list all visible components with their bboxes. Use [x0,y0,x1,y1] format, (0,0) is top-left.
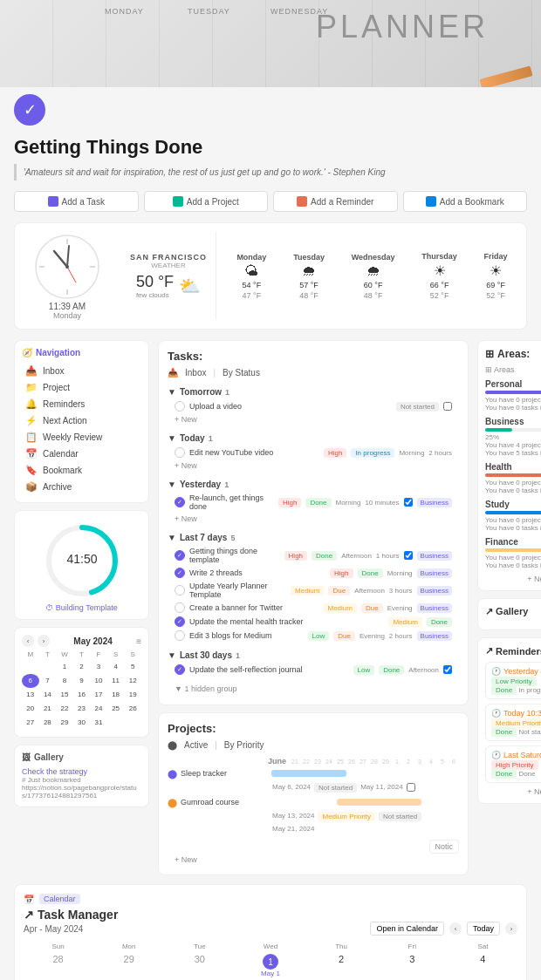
task-group-yesterday-header[interactable]: ▼ Yesterday 1 [168,477,459,492]
add-area-button[interactable]: + New [485,575,541,583]
projects-active-label[interactable]: Active [184,740,208,750]
cal-nav: ‹ › [22,635,50,647]
projects-title: Projects: [168,722,459,735]
header-image: MONDAY TUESDAY WEDNESDAY PLANNER [0,0,541,87]
sidebar-item-project[interactable]: 📁 Project [22,379,141,396]
gallery-item-label[interactable]: Check the strategy [22,767,141,776]
forecast-section: Monday 🌤 54 °F 47 °F Tuesday 🌧 57 °F 48 … [227,232,517,320]
task-group-today-header[interactable]: ▼ Today 1 [168,431,459,446]
task-checkbox[interactable]: ✓ [175,550,185,561]
projects-separator: | [215,740,217,750]
right-column: ⊞ Areas: ⊞ Areas Personal You have 0 pro… [477,340,541,875]
today-button[interactable]: Today [467,922,500,936]
add-project-link[interactable]: + New [168,854,459,866]
add-reminder-button[interactable]: Add a Reminder [273,191,398,212]
main-panel: Tasks: 📥 Inbox | By Status ▼ Tomorrow 1 [158,340,469,875]
task-complete-checkbox[interactable] [443,665,452,674]
task-checkbox[interactable] [175,585,185,595]
sidebar-item-reminders[interactable]: 🔔 Reminders [22,396,141,412]
task-priority-badge: Low [308,631,330,641]
areas-toolbar[interactable]: ⊞ Areas [485,365,541,374]
task-checkbox[interactable] [175,401,185,412]
task-priority-badge: High [278,498,301,507]
week-dates-row: 28 29 30 1 May 1 2 3 4 [24,954,517,977]
gantt-bar-sleep [271,770,346,777]
reminder-status-2: Done Done [491,770,541,778]
cal-menu-icon[interactable]: ≡ [136,636,141,646]
task-area-badge: Business [417,631,452,641]
sidebar-item-bookmark[interactable]: 🔖 Bookmark [22,462,141,479]
clock-day: Monday [53,311,81,320]
task-checkbox[interactable] [175,602,185,613]
add-reminder-link[interactable]: + New [485,787,541,796]
task-checkbox[interactable]: ✓ [175,616,185,627]
add-task-link-yesterday[interactable]: + New [168,513,459,525]
task-duration: 3 hours [389,587,413,595]
weather-city: SAN FRANCISCO [130,253,207,262]
projects-priority-label[interactable]: By Priority [224,740,264,750]
week-header-mon: Mon [94,943,163,950]
task-row: ✓ Update the mental health tracker Mediu… [168,615,459,629]
reminder-status-0: Done In progress [491,686,541,694]
open-in-calendar-button[interactable]: Open in Calendar [370,922,444,936]
task-complete-checkbox[interactable] [443,402,452,411]
tasks-status-label[interactable]: By Status [223,368,260,378]
sidebar-item-archive[interactable]: 📦 Archive [22,479,141,495]
sidebar-item-inbox[interactable]: 📥 Inbox [22,363,141,379]
sidebar-item-calendar[interactable]: 📅 Calendar [22,446,141,462]
task-complete-checkbox[interactable] [404,498,413,507]
add-bookmark-button[interactable]: Add a Bookmark [403,191,528,212]
cal-week-4: 20 21 22 23 24 25 26 [22,702,141,716]
task-duration: 10 minutes [365,499,399,507]
task-checkbox[interactable]: ✓ [175,568,185,578]
task-area-badge: Business [417,586,452,595]
project-checkbox[interactable] [407,783,415,792]
hidden-group-toggle[interactable]: ▼ 1 hidden group [168,682,459,696]
task-group-last7-header[interactable]: ▼ Last 7 days 5 [168,530,459,545]
task-status-badge: Done [312,551,337,561]
task-icon [48,196,58,207]
task-group-tomorrow-header[interactable]: ▼ Tomorrow 1 [168,385,459,399]
projects-toolbar: ⬤ Active | By Priority [168,740,459,750]
task-checkbox[interactable] [175,630,185,641]
task-priority-badge: Medium [291,586,324,595]
cal-prev-button[interactable]: ‹ [22,635,34,647]
bookmark-icon [426,196,436,207]
task-status-badge: In progress [351,448,394,458]
today-date-circle: 1 [263,954,278,970]
cal-days-header: MTWTFSS [22,650,141,658]
area-study-progress-bar [485,511,541,514]
task-priority-badge: High [284,551,307,561]
cal-next-button[interactable]: › [38,635,50,647]
forecast-day-4: Friday ☀ 69 °F 52 °F [484,252,508,300]
task-time: Evening [360,632,385,640]
forecast-day-2: Wednesday 🌧 60 °F 48 °F [352,253,395,300]
reminder-clock-icon: 🕐 [491,667,501,676]
cal-prev-week-button[interactable]: ‹ [449,922,462,935]
task-checkbox[interactable]: ✓ [175,664,185,675]
task-group-last30-header[interactable]: ▼ Last 30 days 1 [168,648,459,663]
chevron-down-icon: ▼ [168,387,176,397]
sidebar-item-weekly-review[interactable]: 📋 Weekly Review [22,429,141,446]
task-checkbox[interactable] [175,447,185,458]
gallery-item-url[interactable]: https://notion.so/pagebangprole/status/1… [22,784,141,800]
area-finance-progress-bar [485,548,541,552]
mini-calendar-panel: ‹ › May 2024 ≡ MTWTFSS 1 2 3 [14,627,149,738]
reminder-priority-1: Medium Priority [491,719,541,727]
projects-gantt: June 21 22 23 24 25 26 27 28 29 1 [168,757,459,836]
add-task-button[interactable]: Add a Task [14,191,139,212]
sidebar-item-next-action[interactable]: ⚡ Next Action [22,412,141,429]
add-project-button[interactable]: Add a Project [144,191,269,212]
add-task-link-tomorrow[interactable]: + New [168,413,459,425]
clock-time: 11:39 AM [49,302,86,311]
reminders-title: ↗ Reminders [485,645,541,657]
tasks-inbox-label[interactable]: Inbox [185,368,206,378]
add-task-link-today[interactable]: + New [168,459,459,472]
svg-point-8 [65,265,69,269]
cal-next-week-button[interactable]: › [505,922,517,935]
task-row: ✓ Getting things done template High Done… [168,545,459,566]
task-checkbox-done[interactable]: ✓ [175,497,185,507]
app-badge: ✓ [14,94,45,126]
task-complete-checkbox[interactable] [404,551,413,560]
tasks-toolbar: 📥 Inbox | By Status [168,368,459,378]
